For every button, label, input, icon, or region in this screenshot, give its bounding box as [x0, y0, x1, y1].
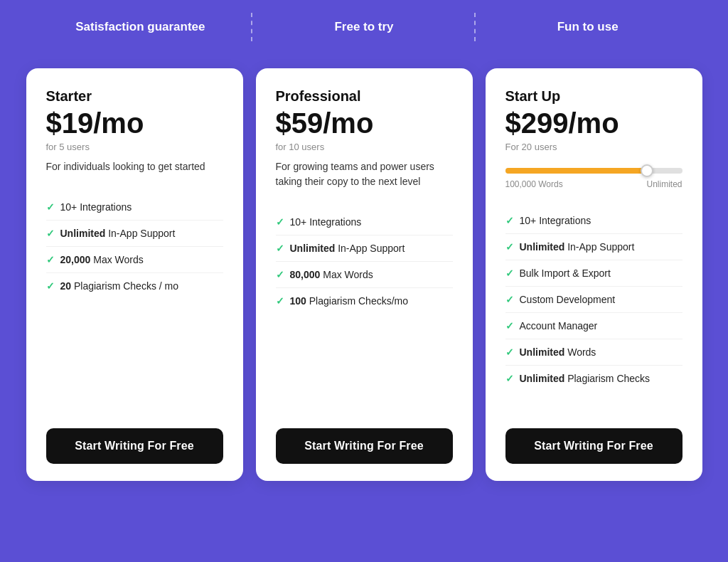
check-icon: ✓ — [276, 269, 284, 280]
feature-text: Unlimited In-App Support — [520, 241, 635, 253]
check-icon: ✓ — [276, 295, 284, 307]
feature-item: ✓ 10+ Integrations — [505, 208, 682, 234]
feature-item: ✓ 10+ Integrations — [276, 209, 453, 235]
feature-item: ✓ 20,000 Max Words — [46, 247, 223, 273]
feature-item: ✓ 20 Plagiarism Checks / mo — [46, 273, 223, 299]
feature-text: Bulk Import & Export — [520, 267, 611, 279]
feature-text: Custom Development — [520, 294, 616, 305]
startup-card: Start Up $299/mo For 20 users 100,000 Wo… — [486, 68, 702, 481]
feature-item: ✓ Account Manager — [505, 313, 682, 339]
feature-item: ✓ Unlimited Plagiarism Checks — [505, 366, 682, 391]
header-fun-label: Fun to use — [557, 20, 619, 33]
feature-item: ✓ 100 Plagiarism Checks/mo — [276, 288, 453, 314]
check-icon: ✓ — [505, 215, 514, 226]
feature-text: 100 Plagiarism Checks/mo — [290, 295, 409, 307]
feature-item: ✓ 10+ Integrations — [46, 194, 223, 221]
starter-cta-button[interactable]: Start Writing For Free — [46, 428, 223, 464]
feature-text: Account Manager — [520, 320, 598, 332]
check-icon: ✓ — [46, 228, 55, 239]
check-icon: ✓ — [46, 254, 55, 265]
check-icon: ✓ — [505, 346, 514, 358]
feature-text: Unlimited Words — [520, 346, 596, 358]
header-free: Free to try — [252, 20, 476, 34]
starter-features-list: ✓ 10+ Integrations ✓ Unlimited In-App Su… — [46, 194, 223, 414]
feature-text: Unlimited Plagiarism Checks — [520, 373, 651, 384]
feature-text: 80,000 Max Words — [290, 269, 373, 280]
feature-text: Unlimited In-App Support — [60, 228, 176, 239]
feature-item: ✓ Unlimited In-App Support — [505, 234, 682, 260]
check-icon: ✓ — [46, 280, 55, 292]
professional-card: Professional $59/mo for 10 users For gro… — [256, 68, 473, 481]
header-strip: Satisfaction guarantee Free to try Fun t… — [0, 0, 728, 54]
starter-plan-description: For individuals looking to get started — [46, 159, 223, 174]
feature-item: ✓ Unlimited In-App Support — [46, 221, 223, 247]
header-satisfaction: Satisfaction guarantee — [28, 20, 252, 34]
starter-plan-users: for 5 users — [46, 142, 223, 152]
professional-features-list: ✓ 10+ Integrations ✓ Unlimited In-App Su… — [276, 209, 453, 414]
word-slider[interactable]: 100,000 Words Unlimited — [505, 168, 682, 189]
slider-min-label: 100,000 Words — [505, 179, 563, 189]
feature-item: ✓ Custom Development — [505, 287, 682, 313]
slider-fill — [505, 168, 647, 174]
check-icon: ✓ — [276, 243, 284, 254]
slider-max-label: Unlimited — [646, 179, 682, 189]
feature-item: ✓ Unlimited Words — [505, 339, 682, 366]
professional-plan-description: For growing teams and power users taking… — [276, 159, 453, 189]
startup-plan-price: $299/mo — [505, 107, 682, 139]
startup-cta-button[interactable]: Start Writing For Free — [505, 428, 682, 464]
check-icon: ✓ — [505, 320, 514, 332]
feature-text: 20,000 Max Words — [60, 254, 144, 265]
header-fun: Fun to use — [476, 20, 700, 34]
feature-item: ✓ 80,000 Max Words — [276, 262, 453, 288]
feature-item: ✓ Unlimited In-App Support — [276, 235, 453, 262]
slider-thumb — [641, 164, 653, 177]
check-icon: ✓ — [505, 267, 514, 279]
slider-labels: 100,000 Words Unlimited — [505, 179, 682, 189]
header-satisfaction-label: Satisfaction guarantee — [75, 20, 205, 33]
starter-plan-price: $19/mo — [46, 107, 223, 139]
check-icon: ✓ — [505, 294, 514, 305]
check-icon: ✓ — [46, 201, 55, 213]
slider-track — [505, 168, 682, 174]
feature-text: 10+ Integrations — [60, 201, 132, 213]
check-icon: ✓ — [505, 373, 514, 384]
startup-plan-users: For 20 users — [505, 142, 682, 152]
feature-item: ✓ Bulk Import & Export — [505, 260, 682, 287]
check-icon: ✓ — [276, 216, 284, 228]
feature-text: 20 Plagiarism Checks / mo — [60, 280, 179, 292]
check-icon: ✓ — [505, 241, 514, 253]
startup-plan-name: Start Up — [505, 88, 682, 105]
feature-text: Unlimited In-App Support — [290, 243, 405, 254]
professional-plan-users: for 10 users — [276, 142, 453, 152]
professional-plan-price: $59/mo — [276, 107, 453, 139]
starter-card: Starter $19/mo for 5 users For individua… — [26, 68, 243, 481]
starter-plan-name: Starter — [46, 88, 223, 105]
feature-text: 10+ Integrations — [520, 215, 592, 226]
header-free-label: Free to try — [334, 20, 393, 33]
professional-plan-name: Professional — [276, 88, 453, 105]
professional-cta-button[interactable]: Start Writing For Free — [276, 428, 453, 464]
pricing-cards: Starter $19/mo for 5 users For individua… — [0, 54, 728, 562]
startup-features-list: ✓ 10+ Integrations ✓ Unlimited In-App Su… — [505, 208, 682, 414]
feature-text: 10+ Integrations — [290, 216, 362, 228]
